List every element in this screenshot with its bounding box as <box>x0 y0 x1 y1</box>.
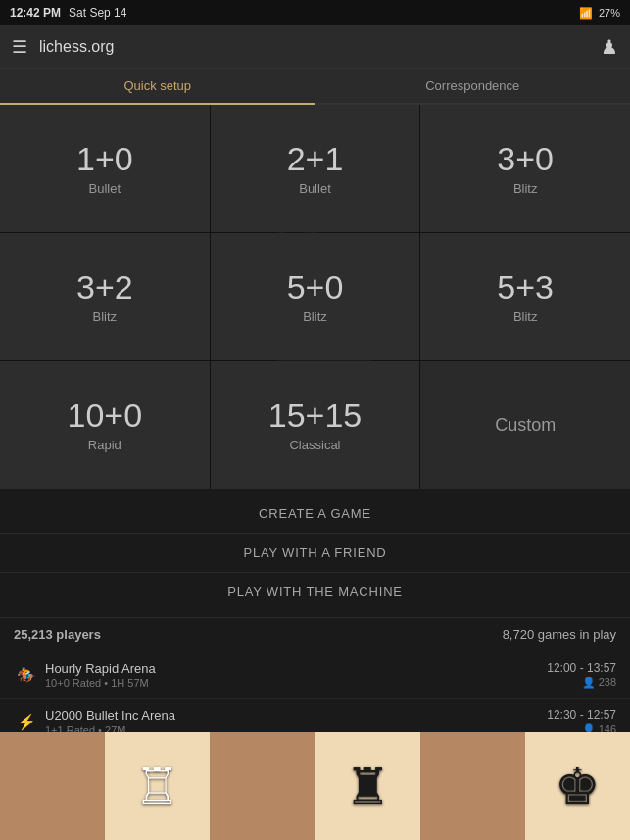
tile-3-2-blitz[interactable]: 3+2 Blitz <box>0 233 210 360</box>
tournament-time: 12:00 - 13:57 <box>547 661 616 675</box>
tournament-right: 12:00 - 13:57 👤 238 <box>547 661 616 689</box>
tile-2-1-bullet[interactable]: 2+1 Bullet <box>211 105 420 232</box>
tile-5-3-blitz[interactable]: 5+3 Blitz <box>420 233 630 360</box>
board-cell <box>0 732 105 840</box>
action-buttons: CREATE A GAME PLAY WITH A FRIEND PLAY WI… <box>0 489 630 617</box>
games-in-play: 8,720 games in play <box>503 628 616 642</box>
wifi-icon: 📶 <box>579 7 593 20</box>
trophy-icon[interactable]: ♟ <box>601 35 618 59</box>
tile-mode: Bullet <box>89 181 121 196</box>
tile-mode: Blitz <box>303 309 327 324</box>
tile-time: 3+0 <box>497 141 554 177</box>
board-cell-rook-white: ♖ <box>105 732 210 840</box>
tile-mode: Blitz <box>513 309 538 324</box>
tournament-icon: ⚡ <box>14 713 39 731</box>
top-bar: ☰ lichess.org ♟ <box>0 25 630 69</box>
tile-custom[interactable]: Custom <box>420 361 630 489</box>
status-icons: 📶 27% <box>579 7 620 20</box>
play-machine-button[interactable]: PLAY WITH THE MACHINE <box>0 573 630 611</box>
menu-button[interactable]: ☰ <box>12 36 27 58</box>
tile-mode: Blitz <box>93 309 118 324</box>
tile-time: 5+0 <box>287 269 344 305</box>
tab-quick-setup[interactable]: Quick setup <box>0 69 315 103</box>
tabs: Quick setup Correspondence <box>0 69 630 105</box>
tile-15-15-classical[interactable]: 15+15 Classical <box>211 361 420 489</box>
tournament-name: U2000 Bullet Inc Arena <box>45 708 547 723</box>
game-grid: ♞ 1+0 Bullet 2+1 Bullet 3+0 Blitz 3+2 Bl… <box>0 105 630 489</box>
tournament-icon: 🏇 <box>14 666 39 684</box>
tile-custom-label: Custom <box>495 415 556 436</box>
app-title: lichess.org <box>39 38 601 56</box>
tile-mode: Classical <box>289 438 340 452</box>
tile-time: 3+2 <box>76 269 133 305</box>
tile-time: 10+0 <box>68 397 143 434</box>
board-cell-king-black: ♚ <box>525 732 630 840</box>
tournament-name: Hourly Rapid Arena <box>45 661 547 676</box>
board-cell <box>420 732 525 840</box>
board-cell <box>210 732 315 840</box>
tile-5-0-blitz[interactable]: 5+0 Blitz <box>211 233 420 360</box>
tile-mode: Bullet <box>299 181 331 196</box>
board-cell-rook-black: ♜ <box>315 732 420 840</box>
tile-mode: Rapid <box>88 438 121 452</box>
tournament-players: 👤 238 <box>547 677 616 689</box>
tournament-time: 12:30 - 12:57 <box>547 708 616 722</box>
tournament-info: Hourly Rapid Arena 10+0 Rated • 1H 57M <box>45 661 547 689</box>
play-friend-button[interactable]: PLAY WITH A FRIEND <box>0 534 630 573</box>
tile-time: 1+0 <box>76 141 133 177</box>
tile-time: 2+1 <box>287 141 344 177</box>
tournament-sub: 10+0 Rated • 1H 57M <box>45 677 547 689</box>
status-bar: 12:42 PM Sat Sep 14 📶 27% <box>0 0 630 25</box>
tile-mode: Blitz <box>513 181 538 196</box>
tournament-item[interactable]: 🏇 Hourly Rapid Arena 10+0 Rated • 1H 57M… <box>0 652 630 699</box>
tile-time: 5+3 <box>497 269 554 305</box>
player-count: 25,213 players <box>14 628 101 642</box>
create-game-button[interactable]: CREATE A GAME <box>0 494 630 534</box>
status-date: Sat Sep 14 <box>69 6 126 20</box>
tile-10-0-rapid[interactable]: 10+0 Rapid <box>0 361 210 489</box>
chess-board-preview: ♖ ♜ ♚ <box>0 732 630 840</box>
tab-correspondence[interactable]: Correspondence <box>315 69 631 103</box>
status-time: 12:42 PM <box>10 6 61 20</box>
stats-bar: 25,213 players 8,720 games in play <box>0 617 630 652</box>
tile-1-0-bullet[interactable]: 1+0 Bullet <box>0 105 210 232</box>
battery-level: 27% <box>599 7 620 19</box>
tile-time: 15+15 <box>268 397 363 434</box>
tile-3-0-blitz[interactable]: 3+0 Blitz <box>420 105 630 232</box>
